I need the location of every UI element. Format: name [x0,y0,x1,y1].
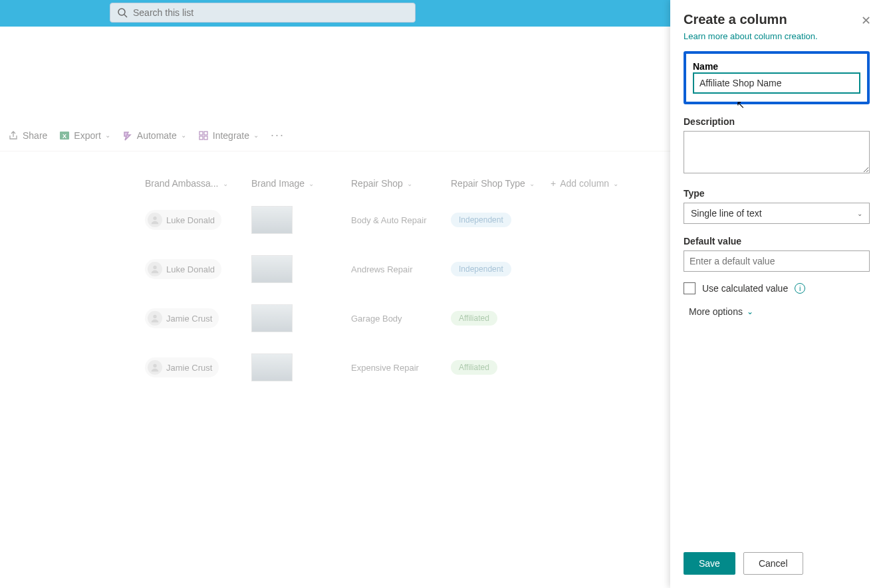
chevron-down-icon: ⌄ [613,180,618,187]
brand-image-thumbnail[interactable] [251,353,293,381]
chevron-down-icon: ⌄ [857,210,862,217]
chevron-down-icon: ⌄ [747,307,753,316]
column-header-brand-image[interactable]: Brand Image⌄ [251,178,351,189]
search-input[interactable] [133,7,408,18]
excel-icon: X [59,130,70,141]
avatar [148,311,162,326]
add-column-button[interactable]: +Add column⌄ [551,178,650,189]
person-pill[interactable]: Jamie Crust [145,357,219,377]
person-name: Jamie Crust [166,314,212,324]
share-button[interactable]: Share [8,130,47,141]
svg-rect-4 [199,132,203,135]
column-header-repair-shop-type[interactable]: Repair Shop Type⌄ [451,178,551,189]
learn-more-link[interactable]: Learn more about column creation. [684,31,818,41]
column-label: Repair Shop Type [451,178,525,189]
chevron-down-icon: ⌄ [105,132,110,139]
chevron-down-icon: ⌄ [407,180,412,187]
repair-shop-cell: Expensive Repair [351,363,451,373]
status-badge: Affiliated [451,311,497,326]
svg-point-11 [153,364,156,367]
create-column-panel: Create a column ✕ Learn more about colum… [670,0,883,588]
type-select[interactable]: Single line of text ⌄ [684,203,870,224]
name-field-highlight: Name [684,51,870,104]
person-pill[interactable]: Luke Donald [145,210,221,230]
panel-footer: Save Cancel [670,541,883,588]
share-label: Share [23,130,47,141]
export-button[interactable]: X Export ⌄ [59,130,110,141]
search-icon [117,7,128,18]
cancel-button[interactable]: Cancel [743,552,803,575]
automate-label: Automate [137,130,177,141]
repair-shop-cell: Garage Body [351,314,451,324]
export-label: Export [74,130,100,141]
svg-rect-5 [204,132,207,135]
share-icon [8,130,19,141]
chevron-down-icon: ⌄ [309,180,314,187]
chevron-down-icon: ⌄ [181,132,186,139]
column-label: Repair Shop [351,178,403,189]
type-value: Single line of text [691,208,762,219]
search-box[interactable] [110,3,416,23]
automate-icon [122,130,133,141]
calculated-value-checkbox[interactable] [684,282,695,294]
name-input[interactable] [693,72,860,94]
status-badge: Affiliated [451,360,497,375]
svg-text:X: X [63,133,66,140]
brand-image-thumbnail[interactable] [251,255,293,283]
status-badge: Independent [451,213,511,227]
description-input[interactable] [684,131,870,173]
chevron-down-icon: ⌄ [223,180,228,187]
panel-title: Create a column [684,12,870,27]
brand-image-thumbnail[interactable] [251,206,293,234]
close-icon[interactable]: ✕ [861,13,871,28]
more-options-label: More options [689,306,743,317]
name-label: Name [693,61,718,72]
svg-point-0 [118,9,125,15]
repair-shop-cell: Body & Auto Repair [351,215,451,225]
column-header-brand-ambassador[interactable]: Brand Ambassa...⌄ [145,178,251,189]
default-value-label: Default value [684,236,870,246]
default-value-input[interactable] [684,250,870,272]
type-label: Type [684,188,870,199]
svg-rect-7 [204,136,207,140]
svg-point-8 [153,217,156,220]
column-label: Brand Ambassa... [145,178,219,189]
chevron-down-icon: ⌄ [529,180,535,187]
person-name: Luke Donald [166,215,215,225]
svg-point-9 [153,266,156,269]
description-label: Description [684,116,870,127]
automate-button[interactable]: Automate ⌄ [122,130,186,141]
repair-shop-cell: Andrews Repair [351,264,451,274]
avatar [148,213,162,227]
column-header-repair-shop[interactable]: Repair Shop⌄ [351,178,451,189]
svg-point-10 [153,315,156,318]
integrate-label: Integrate [213,130,249,141]
brand-image-thumbnail[interactable] [251,304,293,332]
person-pill[interactable]: Luke Donald [145,259,221,279]
calculated-value-label: Use calculated value [702,283,788,294]
integrate-button[interactable]: Integrate ⌄ [198,130,259,141]
info-icon[interactable]: i [795,283,805,294]
integrate-icon [198,130,209,141]
person-pill[interactable]: Jamie Crust [145,308,219,328]
status-badge: Independent [451,262,511,276]
more-options-toggle[interactable]: More options ⌄ [684,306,870,317]
avatar [148,262,162,276]
avatar [148,360,162,375]
column-label: Brand Image [251,178,305,189]
person-name: Jamie Crust [166,363,212,373]
svg-line-1 [124,15,127,17]
save-button[interactable]: Save [684,552,735,575]
plus-icon: + [551,178,556,189]
person-name: Luke Donald [166,264,215,274]
add-column-label: Add column [560,178,609,189]
svg-rect-6 [199,136,203,140]
chevron-down-icon: ⌄ [253,132,259,139]
more-actions-button[interactable]: ··· [271,128,285,142]
